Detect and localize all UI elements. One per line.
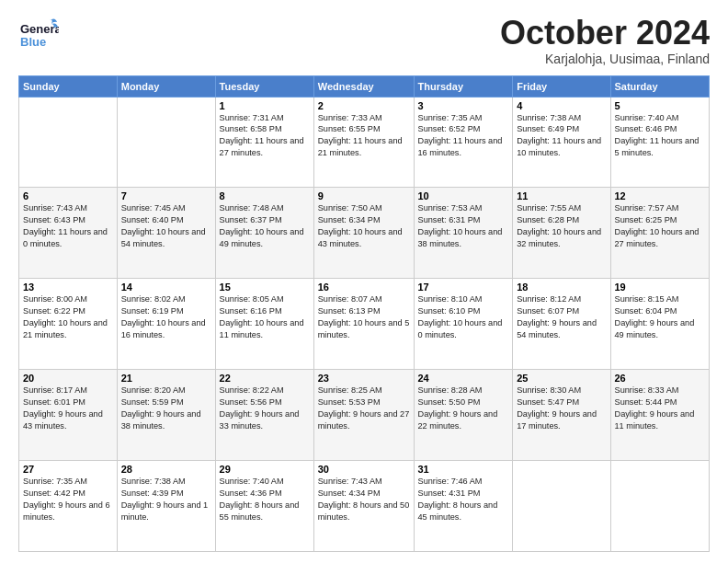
title-block: October 2024 Karjalohja, Uusimaa, Finlan… [500,15,710,66]
day-number: 28 [121,464,211,475]
calendar-day-cell: 18Sunrise: 8:12 AMSunset: 6:07 PMDayligh… [513,279,610,370]
day-number: 20 [23,373,113,384]
day-info: Sunrise: 7:38 AMSunset: 6:49 PMDaylight:… [517,112,606,160]
calendar-day-cell: 8Sunrise: 7:48 AMSunset: 6:37 PMDaylight… [215,188,313,279]
day-number: 25 [517,373,606,384]
calendar-header-cell: Friday [513,75,610,97]
calendar-week-row: 1Sunrise: 7:31 AMSunset: 6:58 PMDaylight… [19,97,710,188]
day-number: 17 [418,282,509,293]
calendar-day-cell: 10Sunrise: 7:53 AMSunset: 6:31 PMDayligh… [414,188,513,279]
day-info: Sunrise: 7:35 AMSunset: 4:42 PMDaylight:… [23,476,113,523]
day-info: Sunrise: 7:45 AMSunset: 6:40 PMDaylight:… [121,202,211,250]
day-number: 10 [418,190,509,201]
day-number: 30 [318,464,410,475]
page: General Blue October 2024 Karjalohja, Uu… [0,0,728,563]
day-number: 14 [121,282,211,293]
day-info: Sunrise: 8:22 AMSunset: 5:56 PMDaylight:… [220,385,310,432]
calendar-day-cell: 5Sunrise: 7:40 AMSunset: 6:46 PMDaylight… [610,97,710,188]
day-number: 26 [615,373,706,384]
day-number: 2 [318,100,410,111]
day-number: 12 [615,190,706,201]
day-number: 5 [615,100,706,111]
day-number: 23 [318,373,410,384]
calendar-day-cell: 28Sunrise: 7:38 AMSunset: 4:39 PMDayligh… [117,461,215,552]
calendar-day-cell: 6Sunrise: 7:43 AMSunset: 6:43 PMDaylight… [19,188,118,279]
calendar-day-cell: 15Sunrise: 8:05 AMSunset: 6:16 PMDayligh… [215,279,313,370]
calendar-header-row: SundayMondayTuesdayWednesdayThursdayFrid… [19,75,710,97]
calendar-header-cell: Monday [117,75,215,97]
day-number: 29 [220,464,310,475]
day-info: Sunrise: 8:05 AMSunset: 6:16 PMDaylight:… [220,293,310,341]
header: General Blue October 2024 Karjalohja, Uu… [18,15,710,66]
day-info: Sunrise: 7:46 AMSunset: 4:31 PMDaylight:… [418,476,509,523]
day-info: Sunrise: 8:33 AMSunset: 5:44 PMDaylight:… [615,385,706,432]
calendar-day-cell [610,461,710,552]
day-number: 21 [121,373,211,384]
calendar-day-cell: 27Sunrise: 7:35 AMSunset: 4:42 PMDayligh… [19,461,118,552]
month-title: October 2024 [500,15,710,52]
calendar-day-cell: 29Sunrise: 7:40 AMSunset: 4:36 PMDayligh… [215,461,313,552]
calendar-day-cell: 12Sunrise: 7:57 AMSunset: 6:25 PMDayligh… [610,188,710,279]
day-info: Sunrise: 8:12 AMSunset: 6:07 PMDaylight:… [517,293,606,341]
day-info: Sunrise: 8:30 AMSunset: 5:47 PMDaylight:… [517,385,606,432]
day-number: 9 [318,190,410,201]
calendar-day-cell: 13Sunrise: 8:00 AMSunset: 6:22 PMDayligh… [19,279,118,370]
day-info: Sunrise: 7:48 AMSunset: 6:37 PMDaylight:… [220,202,310,250]
day-number: 7 [121,190,211,201]
calendar-week-row: 27Sunrise: 7:35 AMSunset: 4:42 PMDayligh… [19,461,710,552]
calendar-header-cell: Saturday [610,75,710,97]
day-info: Sunrise: 7:31 AMSunset: 6:58 PMDaylight:… [220,112,310,160]
calendar-day-cell: 2Sunrise: 7:33 AMSunset: 6:55 PMDaylight… [313,97,414,188]
day-info: Sunrise: 8:15 AMSunset: 6:04 PMDaylight:… [615,293,706,341]
day-info: Sunrise: 7:33 AMSunset: 6:55 PMDaylight:… [318,112,410,160]
day-number: 22 [220,373,310,384]
calendar-day-cell: 22Sunrise: 8:22 AMSunset: 5:56 PMDayligh… [215,370,313,461]
calendar-header-cell: Thursday [414,75,513,97]
day-info: Sunrise: 7:55 AMSunset: 6:28 PMDaylight:… [517,202,606,250]
day-number: 11 [517,190,606,201]
calendar-day-cell: 31Sunrise: 7:46 AMSunset: 4:31 PMDayligh… [414,461,513,552]
day-number: 6 [23,190,113,201]
calendar-day-cell: 25Sunrise: 8:30 AMSunset: 5:47 PMDayligh… [513,370,610,461]
day-info: Sunrise: 7:53 AMSunset: 6:31 PMDaylight:… [418,202,509,250]
day-info: Sunrise: 7:43 AMSunset: 6:43 PMDaylight:… [23,202,113,250]
calendar-day-cell: 19Sunrise: 8:15 AMSunset: 6:04 PMDayligh… [610,279,710,370]
day-info: Sunrise: 7:40 AMSunset: 6:46 PMDaylight:… [615,112,706,160]
day-number: 3 [418,100,509,111]
calendar-day-cell: 3Sunrise: 7:35 AMSunset: 6:52 PMDaylight… [414,97,513,188]
day-info: Sunrise: 7:38 AMSunset: 4:39 PMDaylight:… [121,476,211,523]
day-info: Sunrise: 8:00 AMSunset: 6:22 PMDaylight:… [23,293,113,341]
day-info: Sunrise: 8:25 AMSunset: 5:53 PMDaylight:… [318,385,410,432]
calendar-week-row: 13Sunrise: 8:00 AMSunset: 6:22 PMDayligh… [19,279,710,370]
calendar-day-cell: 17Sunrise: 8:10 AMSunset: 6:10 PMDayligh… [414,279,513,370]
day-number: 15 [220,282,310,293]
svg-text:Blue: Blue [20,35,46,49]
calendar-day-cell: 30Sunrise: 7:43 AMSunset: 4:34 PMDayligh… [313,461,414,552]
calendar-header-cell: Wednesday [313,75,414,97]
calendar-day-cell: 26Sunrise: 8:33 AMSunset: 5:44 PMDayligh… [610,370,710,461]
calendar-day-cell: 7Sunrise: 7:45 AMSunset: 6:40 PMDaylight… [117,188,215,279]
calendar-day-cell: 23Sunrise: 8:25 AMSunset: 5:53 PMDayligh… [313,370,414,461]
day-info: Sunrise: 7:57 AMSunset: 6:25 PMDaylight:… [615,202,706,250]
day-info: Sunrise: 8:10 AMSunset: 6:10 PMDaylight:… [418,293,509,341]
day-number: 1 [220,100,310,111]
day-info: Sunrise: 8:02 AMSunset: 6:19 PMDaylight:… [121,293,211,341]
day-number: 19 [615,282,706,293]
day-number: 8 [220,190,310,201]
calendar-day-cell: 14Sunrise: 8:02 AMSunset: 6:19 PMDayligh… [117,279,215,370]
day-number: 31 [418,464,509,475]
calendar-day-cell: 11Sunrise: 7:55 AMSunset: 6:28 PMDayligh… [513,188,610,279]
calendar-day-cell: 21Sunrise: 8:20 AMSunset: 5:59 PMDayligh… [117,370,215,461]
calendar-day-cell: 9Sunrise: 7:50 AMSunset: 6:34 PMDaylight… [313,188,414,279]
day-info: Sunrise: 8:20 AMSunset: 5:59 PMDaylight:… [121,385,211,432]
day-number: 13 [23,282,113,293]
calendar-day-cell: 20Sunrise: 8:17 AMSunset: 6:01 PMDayligh… [19,370,118,461]
calendar-body: 1Sunrise: 7:31 AMSunset: 6:58 PMDaylight… [19,97,710,551]
day-info: Sunrise: 7:43 AMSunset: 4:34 PMDaylight:… [318,476,410,523]
subtitle: Karjalohja, Uusimaa, Finland [500,52,710,66]
calendar-day-cell [117,97,215,188]
calendar-header-cell: Tuesday [215,75,313,97]
calendar-day-cell [19,97,118,188]
day-number: 24 [418,373,509,384]
day-number: 4 [517,100,606,111]
